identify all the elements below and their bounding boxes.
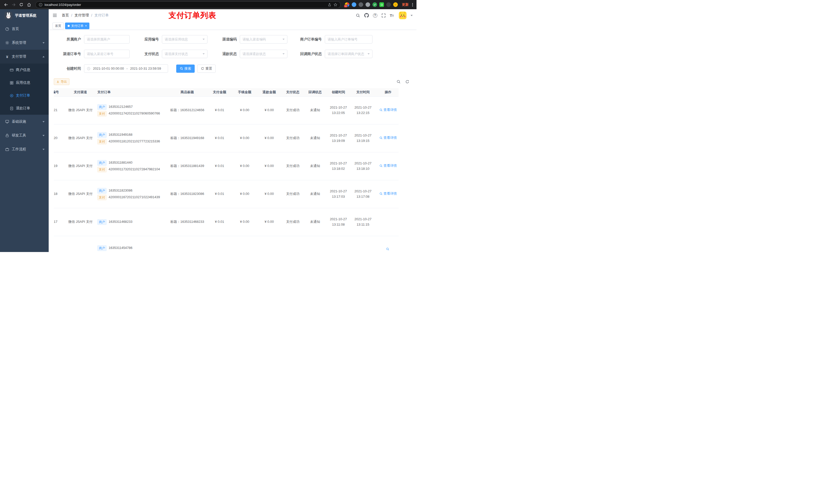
- sidebar-item-merchant-info[interactable]: 商户信息: [0, 64, 49, 76]
- sidebar-item-system[interactable]: 系统管理: [0, 36, 49, 50]
- cell-id: 21: [54, 96, 68, 124]
- pay-tag: 支付: [97, 167, 106, 172]
- home-icon[interactable]: [26, 1, 32, 8]
- back-icon[interactable]: [3, 1, 9, 8]
- cell-id: [54, 236, 68, 252]
- breadcrumb-item-home[interactable]: 首页: [62, 13, 69, 18]
- sidebar-item-pay-order[interactable]: 支付订单: [0, 89, 49, 102]
- merchant-input[interactable]: [84, 35, 129, 44]
- tab-pay-order[interactable]: 支付订单 ×: [65, 23, 89, 29]
- extension-icon-4[interactable]: [365, 2, 370, 7]
- sidebar-fold-icon[interactable]: [52, 13, 57, 18]
- url-text[interactable]: localhost:1024/pay/order: [45, 3, 326, 7]
- extension-icon-3[interactable]: [359, 2, 363, 7]
- sidebar-item-dev-tools[interactable]: 研发工具: [0, 128, 49, 142]
- extension-icon-5[interactable]: [373, 2, 377, 7]
- pay-status-select[interactable]: 请选择支付状态: [162, 50, 208, 58]
- channel-code-select[interactable]: 请输入渠道编码: [240, 35, 287, 44]
- date-range-picker[interactable]: 2021-10-01 00:00:00 - 2021-10-31 23:59:5…: [84, 64, 168, 73]
- view-detail-link[interactable]: 查看详情: [379, 135, 397, 141]
- cell-pay-order: 商户 1635312124657 支付 42000011742021102780…: [93, 96, 168, 124]
- view-detail-link[interactable]: 查看详情: [379, 191, 397, 196]
- close-icon[interactable]: ×: [85, 24, 87, 27]
- tab-label: 支付订单: [71, 24, 84, 28]
- view-detail-link[interactable]: 查看详情: [379, 107, 397, 113]
- extensions-row: 10: [344, 2, 399, 7]
- tags-view-bar: 首页 支付订单 ×: [49, 22, 416, 30]
- extension-icon-1[interactable]: 10: [345, 2, 349, 7]
- github-icon[interactable]: [364, 13, 369, 18]
- cell-actions: 查看详情: [375, 152, 399, 180]
- info-icon[interactable]: [39, 3, 43, 7]
- col-id[interactable]: 编号: [54, 88, 68, 96]
- pay-tag: 支付: [97, 139, 106, 144]
- view-detail-link[interactable]: [386, 247, 390, 251]
- toggle-search-icon[interactable]: [397, 80, 401, 84]
- col-fee[interactable]: 手续金额: [232, 88, 257, 96]
- extension-icon-7[interactable]: [386, 2, 391, 7]
- col-refund[interactable]: 退款金额: [257, 88, 282, 96]
- cell-refund: ¥ 0.00: [257, 96, 282, 124]
- refresh-icon[interactable]: [18, 1, 25, 8]
- col-create-time[interactable]: 创建时间: [326, 88, 351, 96]
- sidebar-item-refund-order[interactable]: 退款订单: [0, 102, 49, 115]
- share-icon[interactable]: [328, 3, 331, 7]
- col-pay-order[interactable]: 支付订单: [93, 88, 168, 96]
- sidebar-item-app-info[interactable]: 应用信息: [0, 76, 49, 89]
- breadcrumb: 首页 / 支付管理 / 支付订单: [62, 13, 109, 18]
- view-detail-label: 查看详情: [383, 191, 397, 196]
- app-id-select[interactable]: 请选择应用信息: [162, 35, 208, 44]
- tab-home[interactable]: 首页: [52, 23, 64, 29]
- merchant-tag: 商户: [97, 160, 106, 166]
- refresh-table-icon[interactable]: [405, 80, 409, 84]
- forward-icon[interactable]: [10, 1, 17, 8]
- help-icon[interactable]: ?: [373, 13, 377, 18]
- col-actions[interactable]: 操作: [375, 88, 399, 96]
- col-amount[interactable]: 支付金额: [207, 88, 232, 96]
- browser-menu-icon[interactable]: [411, 3, 414, 6]
- col-notify-status[interactable]: 回调状态: [304, 88, 326, 96]
- address-bar[interactable]: localhost:1024/pay/order: [35, 1, 341, 8]
- extension-icon-8[interactable]: [393, 2, 398, 7]
- search-button[interactable]: 搜索: [176, 65, 195, 73]
- font-size-icon[interactable]: TT: [390, 14, 394, 18]
- cell-channel: 微信 JSAPI 支付: [68, 180, 93, 208]
- sidebar-item-pay[interactable]: ¥ 支付管理: [0, 50, 49, 64]
- cell-pay-time: [351, 236, 375, 252]
- app-logo[interactable]: 芋道管理系统: [0, 9, 49, 22]
- cell-pay-order: 商户 1635311823086 支付 42000011672021102710…: [93, 180, 168, 208]
- sidebar-item-workflow[interactable]: 工作流程: [0, 142, 49, 156]
- select-placeholder: 请选择应用信息: [165, 37, 203, 42]
- filter-label: 回调商户状态: [296, 52, 325, 56]
- col-channel[interactable]: 支付渠道: [68, 88, 93, 96]
- extension-icon-2[interactable]: [352, 2, 356, 7]
- export-button[interactable]: 导出: [54, 78, 69, 85]
- pay-order-no: 4200001173202110272847982104: [109, 167, 160, 172]
- sidebar-item-label: 研发工具: [12, 133, 26, 138]
- channel-order-no-input[interactable]: [84, 50, 129, 58]
- bookmark-star-icon[interactable]: [334, 3, 337, 7]
- cell-create-time: [326, 236, 351, 252]
- chrome-update-button[interactable]: 更新: [402, 2, 409, 7]
- breadcrumb-item-pay[interactable]: 支付管理: [74, 13, 89, 18]
- refund-status-select[interactable]: 请选择退款状态: [240, 50, 287, 58]
- col-pay-time[interactable]: 支付时间: [351, 88, 375, 96]
- col-title[interactable]: 商品标题: [168, 88, 207, 96]
- fullscreen-icon[interactable]: [381, 13, 386, 18]
- filter-pay-status: 支付状态 请选择支付状态: [138, 50, 208, 58]
- sidebar-item-home[interactable]: 首页: [0, 22, 49, 36]
- logo-avatar: [5, 12, 12, 20]
- view-detail-link[interactable]: 查看详情: [379, 163, 397, 169]
- user-avatar[interactable]: [399, 11, 406, 19]
- chevron-down-icon[interactable]: [411, 15, 413, 16]
- col-pay-status[interactable]: 支付状态: [282, 88, 304, 96]
- sidebar-item-infrastructure[interactable]: 基础设施: [0, 115, 49, 128]
- search-icon[interactable]: [356, 13, 360, 18]
- reset-button[interactable]: 重置: [197, 65, 216, 73]
- sidebar-item-label: 支付订单: [16, 93, 30, 98]
- cell-fee: ¥ 0.00: [232, 152, 257, 180]
- merchant-order-no-input[interactable]: [325, 35, 373, 44]
- filter-row-3: 创建时间 2021-10-01 00:00:00 - 2021-10-31 23…: [54, 64, 411, 73]
- notify-status-select[interactable]: 请选择订单回调商户状态: [325, 50, 373, 58]
- extension-icon-6[interactable]: [379, 2, 384, 7]
